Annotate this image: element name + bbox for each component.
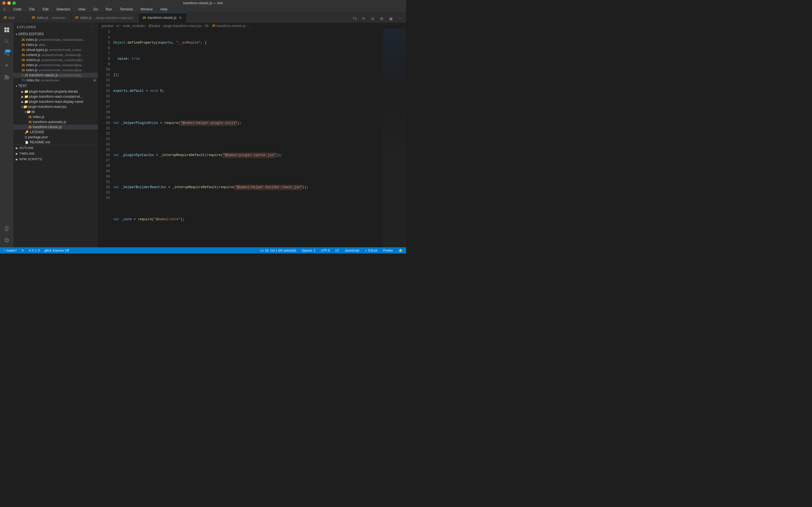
maximize-button[interactable] <box>12 1 16 5</box>
open-file-visitors[interactable]: JS visitors.js ymctest/m/node_modules/@b… <box>13 57 98 62</box>
tab-actions: TS ⟳ ⧉ ⊞ ▣ ⋯ <box>349 15 406 22</box>
layout-button[interactable]: ▣ <box>387 15 395 22</box>
cursor-position[interactable]: Ln 18, Col 1 (84 selected) <box>259 247 297 253</box>
folder-constant-el[interactable]: ▶ 📁 plugin-transform-react-constant-el..… <box>13 94 98 99</box>
run-activity[interactable] <box>2 61 11 70</box>
folder-display-name[interactable]: ▶ 📁 plugin-transform-react-display-name <box>13 99 98 104</box>
tab-index-plugin[interactable]: JS index.js .../plugin-transform-react-j… <box>71 13 139 22</box>
bc-more[interactable]: ... <box>249 24 252 28</box>
open-file-index1[interactable]: JS index.js ymctest/m/node_modules/babel… <box>13 37 98 42</box>
settings-activity[interactable] <box>2 235 11 245</box>
sync-icon: ↻ <box>21 249 24 252</box>
menu-run[interactable]: Run <box>104 7 114 12</box>
file-readme[interactable]: 📋 README.md <box>13 140 98 145</box>
tab-transform-classic[interactable]: JS transform-classic.js ✕ <box>139 13 186 22</box>
bc-lib[interactable]: lib <box>205 24 209 28</box>
sidebar-more-actions[interactable]: ⋯ <box>91 25 94 29</box>
language-status[interactable]: JavaScript <box>344 247 360 253</box>
open-file-context[interactable]: JS context.js ymctest/m/node_modules/@..… <box>13 52 98 57</box>
file-license[interactable]: 🔑 LICENSE <box>13 129 98 135</box>
menu-go[interactable]: Go <box>92 7 100 12</box>
source-control-activity[interactable]: 102 <box>2 49 11 58</box>
menu-code[interactable]: Code <box>11 7 23 12</box>
filename: transform-classic.js <box>33 125 62 129</box>
close-file-icon[interactable]: ✕ <box>21 73 24 77</box>
menu-view[interactable]: View <box>77 7 87 12</box>
prettier-status[interactable]: Prettier <box>382 247 394 253</box>
open-file-virtual[interactable]: JS virtual-types.js ymctest/m/node_modul… <box>13 47 98 52</box>
folder-icon: 📁 <box>24 95 29 99</box>
open-file-transform-classic[interactable]: ✕ JS transform-classic.js ymctest/m/node… <box>13 73 98 78</box>
tabs-bar: JS rs.js JS index.js .../traverse/... JS… <box>0 12 406 23</box>
svg-point-1 <box>6 226 8 228</box>
folder-lib[interactable]: ▾ 📂 lib <box>13 109 98 114</box>
more-actions-button[interactable]: ⋯ <box>396 15 404 22</box>
remote-activity[interactable] <box>2 224 11 233</box>
bc-babel[interactable]: @babel <box>148 24 160 28</box>
menubar:  Code File Edit Selection View Go Run T… <box>0 6 406 12</box>
tab-index-traverse[interactable]: JS index.js .../traverse/... <box>28 13 71 22</box>
minimize-button[interactable] <box>7 1 11 5</box>
bc-ymctest[interactable]: ymctest <box>101 24 113 28</box>
githd-status[interactable]: githd: Express Off <box>43 247 70 253</box>
code-editor[interactable]: Object.defineProperty(exports, "__esModu… <box>112 29 384 247</box>
file-index-js[interactable]: JS index.js <box>13 114 98 119</box>
code-line-11 <box>112 169 384 174</box>
encoding-status[interactable]: UTF-8 <box>320 247 331 253</box>
diff-button[interactable]: ⊞ <box>378 15 386 22</box>
error-status[interactable]: ✕ 0 ⚠ 0 <box>28 247 41 253</box>
menu-help[interactable]: Help <box>159 7 169 12</box>
folder-chevron: ▾ <box>25 110 26 114</box>
open-editors-chevron: ▾ <box>16 33 17 36</box>
bc-plugin[interactable]: plugin-transform-react-jsx <box>163 24 202 28</box>
menu-selection[interactable]: Selection <box>55 7 72 12</box>
spaces-status[interactable]: Spaces: 2 <box>301 247 317 253</box>
branch-status[interactable]: ⑂ master* <box>2 247 18 253</box>
file-transform-classic[interactable]: JS transform-classic.js <box>13 124 98 129</box>
folder-property-literals[interactable]: ▶ 📁 plugin-transform-property-literals <box>13 89 98 94</box>
filename: index.js <box>26 38 38 42</box>
tab-close-button[interactable]: ✕ <box>178 15 183 20</box>
menu-terminal[interactable]: Terminal <box>118 7 134 12</box>
file-package-json[interactable]: {} package.json <box>13 135 98 140</box>
warning-count: 0 <box>38 249 40 252</box>
extensions-activity[interactable] <box>2 72 11 82</box>
npm-scripts-header[interactable]: ▶ NPM SCRIPTS <box>13 156 98 162</box>
open-editors-header[interactable]: ▾ OPEN EDITORS <box>13 31 98 37</box>
apple-menu[interactable]:  <box>2 6 7 12</box>
open-file-index-tsx[interactable]: TS index.tsx ymctest/m/src U <box>13 78 98 83</box>
open-file-index4[interactable]: JS index.js ymctest/m/node_modules/@ba..… <box>13 68 98 73</box>
sync-status[interactable]: ↻ <box>20 247 25 253</box>
tab-rs-js[interactable]: JS rs.js <box>0 13 28 22</box>
eol-status[interactable]: LF <box>335 247 340 253</box>
bc-m[interactable]: m <box>116 24 119 28</box>
language-text: JavaScript <box>345 249 359 252</box>
ts-button[interactable]: TS <box>351 15 359 22</box>
menu-window[interactable]: Window <box>139 7 154 12</box>
code-line-5: }); <box>112 72 384 78</box>
file-transform-automatic[interactable]: JS transform-automatic.js <box>13 119 98 124</box>
search-activity[interactable] <box>2 37 11 47</box>
bc-node-modules[interactable]: node_modules <box>123 24 145 28</box>
open-file-index2[interactable]: JS index.js @ba... <box>13 42 98 47</box>
timeline-header[interactable]: ▶ TIMELINE <box>13 151 98 156</box>
code-line-13 <box>112 201 384 206</box>
eslint-status[interactable]: ✓ ESLint <box>364 247 378 253</box>
outline-header[interactable]: ▶ OUTLINE <box>13 145 98 151</box>
explorer-activity[interactable] <box>2 25 11 35</box>
notification-icon: 🔔 <box>399 249 403 252</box>
bc-filename[interactable]: transform-classic.js <box>216 24 246 28</box>
close-button[interactable] <box>2 1 6 5</box>
open-file-index3[interactable]: JS index.js ymctest/m/node_modules/@ba..… <box>13 62 98 68</box>
breadcrumb: ymctest › m › node_modules › @babel › pl… <box>98 23 406 29</box>
folder-react-jsx[interactable]: ▾ 📂 plugin-transform-react-jsx <box>13 104 98 109</box>
js-icon: JS <box>28 115 32 119</box>
history-button[interactable]: ⟳ <box>360 15 368 22</box>
menu-file[interactable]: File <box>28 7 36 12</box>
code-line-4: value: true <box>112 56 384 62</box>
timeline-chevron: ▶ <box>16 152 18 155</box>
split-editor-button[interactable]: ⧉ <box>369 15 377 22</box>
notification-status[interactable]: 🔔 <box>398 247 404 253</box>
menu-edit[interactable]: Edit <box>41 7 50 12</box>
test-section-header[interactable]: ▾ TEST <box>13 83 98 89</box>
